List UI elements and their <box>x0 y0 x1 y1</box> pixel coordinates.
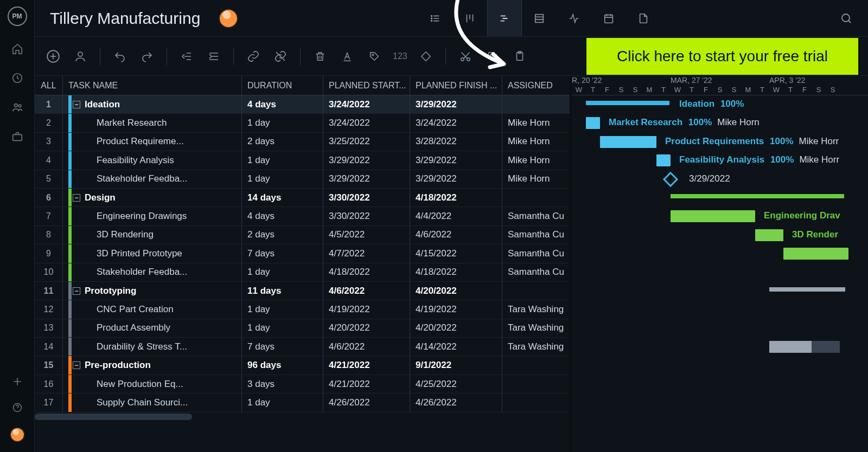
cell-assigned[interactable] <box>502 393 570 411</box>
cell-assigned[interactable] <box>502 95 570 113</box>
cell-planned-finish[interactable]: 4/20/2022 <box>410 319 502 337</box>
cell-planned-start[interactable]: 4/6/2022 <box>323 338 410 356</box>
people-icon[interactable] <box>11 101 24 114</box>
paste-icon[interactable] <box>511 48 528 65</box>
cell-planned-finish[interactable]: 4/20/2022 <box>410 282 502 300</box>
cell-assigned[interactable]: Tara Washing <box>502 319 570 337</box>
cell-planned-start[interactable]: 4/6/2022 <box>323 282 410 300</box>
cell-taskname[interactable]: 3D Rendering <box>63 226 242 244</box>
link-icon[interactable] <box>245 48 262 65</box>
view-list-icon[interactable] <box>418 0 452 37</box>
cell-planned-finish[interactable]: 4/14/2022 <box>410 338 502 356</box>
gantt-row[interactable] <box>572 375 868 393</box>
cell-taskname[interactable]: Feasibility Analysis <box>63 151 242 169</box>
gantt-summary-bar[interactable] <box>769 287 845 292</box>
gantt-task-bar[interactable] <box>769 341 840 353</box>
gantt-task-bar[interactable] <box>600 136 656 148</box>
briefcase-icon[interactable] <box>11 130 24 143</box>
trash-icon[interactable] <box>311 48 329 65</box>
cell-planned-start[interactable]: 3/24/2022 <box>323 95 410 113</box>
cell-assigned[interactable] <box>502 282 570 300</box>
cell-taskname[interactable]: Product Assembly <box>63 319 242 337</box>
gantt-row[interactable] <box>572 244 868 263</box>
cell-taskname[interactable]: Stakeholder Feedba... <box>63 263 242 281</box>
gantt-row[interactable]: Market Research 100%Mike Horn <box>572 114 868 132</box>
gantt-row[interactable] <box>572 356 868 374</box>
gantt-row[interactable] <box>572 263 868 282</box>
col-header-planned-finish[interactable]: PLANNED FINISH ... <box>410 76 502 95</box>
col-header-planned-start[interactable]: PLANNED START... <box>323 76 410 95</box>
cell-duration[interactable]: 1 day <box>242 263 323 281</box>
cell-taskname[interactable]: CNC Part Creation <box>63 300 242 318</box>
home-icon[interactable] <box>11 42 24 55</box>
add-task-icon[interactable] <box>44 48 62 65</box>
cell-planned-start[interactable]: 3/25/2022 <box>323 133 410 151</box>
task-row[interactable]: 6−Design14 days3/30/20224/18/2022 <box>35 189 570 207</box>
milestone-icon[interactable] <box>417 48 435 65</box>
cell-planned-finish[interactable]: 4/25/2022 <box>410 375 502 393</box>
gantt-row[interactable]: Feasibility Analysis 100%Mike Horr <box>572 151 868 170</box>
cell-planned-start[interactable]: 4/19/2022 <box>323 300 410 318</box>
cell-planned-finish[interactable]: 3/28/2022 <box>410 133 502 151</box>
cell-assigned[interactable]: Samantha Cu <box>502 244 570 262</box>
task-row[interactable]: 11−Prototyping11 days4/6/20224/20/2022 <box>35 282 570 300</box>
cell-taskname[interactable]: Durability & Stress T... <box>63 338 242 356</box>
cell-planned-finish[interactable]: 3/29/2022 <box>410 170 502 188</box>
cell-assigned[interactable]: Mike Horn <box>502 133 570 151</box>
cell-planned-finish[interactable]: 4/6/2022 <box>410 226 502 244</box>
cell-duration[interactable]: 2 days <box>242 226 323 244</box>
view-gantt-icon[interactable] <box>487 0 522 37</box>
text-color-icon[interactable] <box>339 48 356 65</box>
task-row[interactable]: 17Supply Chain Sourci...1 day4/26/20224/… <box>35 393 570 412</box>
cell-planned-finish[interactable]: 9/1/2022 <box>410 356 502 374</box>
cell-taskname[interactable]: −Design <box>63 189 242 206</box>
cell-assigned[interactable] <box>502 375 570 393</box>
cell-duration[interactable]: 1 day <box>242 114 323 132</box>
assign-icon[interactable] <box>72 48 89 65</box>
cut-icon[interactable] <box>457 48 474 65</box>
task-row[interactable]: 1−Ideation4 days3/24/20223/29/2022 <box>35 95 570 114</box>
task-row[interactable]: 10Stakeholder Feedba...1 day4/18/20224/1… <box>35 263 570 282</box>
indent-icon[interactable] <box>205 48 222 65</box>
view-file-icon[interactable] <box>626 0 661 37</box>
cell-duration[interactable]: 1 day <box>242 151 323 169</box>
outdent-icon[interactable] <box>178 48 195 65</box>
unlink-icon[interactable] <box>272 48 289 65</box>
cell-assigned[interactable]: Samantha Cu <box>502 207 570 225</box>
cell-taskname[interactable]: −Ideation <box>63 95 242 113</box>
col-header-duration[interactable]: DURATION <box>242 76 323 95</box>
task-row[interactable]: 4Feasibility Analysis1 day3/29/20223/29/… <box>35 151 570 170</box>
cell-assigned[interactable]: Samantha Cu <box>502 226 570 244</box>
cell-taskname[interactable]: Market Research <box>63 114 242 132</box>
cell-taskname[interactable]: 3D Printed Prototype <box>63 244 242 262</box>
task-row[interactable]: 12CNC Part Creation1 day4/19/20224/19/20… <box>35 300 570 319</box>
col-header-taskname[interactable]: TASK NAME <box>63 76 242 95</box>
cell-assigned[interactable]: Samantha Cu <box>502 263 570 281</box>
search-icon[interactable] <box>840 12 853 25</box>
cell-duration[interactable]: 14 days <box>242 189 323 206</box>
task-row[interactable]: 16New Production Eq...3 days4/21/20224/2… <box>35 375 570 393</box>
user-avatar-mini[interactable] <box>10 427 25 442</box>
cell-planned-finish[interactable]: 3/24/2022 <box>410 114 502 132</box>
cell-assigned[interactable]: Mike Horn <box>502 114 570 132</box>
cell-assigned[interactable] <box>502 189 570 206</box>
free-trial-cta-button[interactable]: Click here to start your free trial <box>586 38 858 75</box>
cell-planned-start[interactable]: 3/30/2022 <box>323 189 410 206</box>
task-row[interactable]: 93D Printed Prototype7 days4/7/20224/15/… <box>35 244 570 263</box>
collapse-toggle-icon[interactable]: − <box>73 287 80 295</box>
gantt-summary-bar[interactable] <box>586 101 669 105</box>
cell-duration[interactable]: 11 days <box>242 282 323 300</box>
cell-planned-finish[interactable]: 4/4/2022 <box>410 207 502 225</box>
collapse-toggle-icon[interactable]: − <box>73 361 80 369</box>
task-row[interactable]: 5Stakeholder Feedba...1 day3/29/20223/29… <box>35 170 570 189</box>
cell-taskname[interactable]: Stakeholder Feedba... <box>63 170 242 188</box>
task-row[interactable]: 14Durability & Stress T...7 days4/6/2022… <box>35 338 570 356</box>
gantt-milestone-icon[interactable] <box>663 171 678 186</box>
cell-taskname[interactable]: New Production Eq... <box>63 375 242 393</box>
cell-planned-finish[interactable]: 4/26/2022 <box>410 393 502 411</box>
undo-icon[interactable] <box>111 48 129 65</box>
cell-planned-start[interactable]: 3/29/2022 <box>323 151 410 169</box>
redo-icon[interactable] <box>138 48 156 65</box>
copy-icon[interactable] <box>484 48 501 65</box>
gantt-row[interactable]: Engineering Drav <box>572 207 868 225</box>
